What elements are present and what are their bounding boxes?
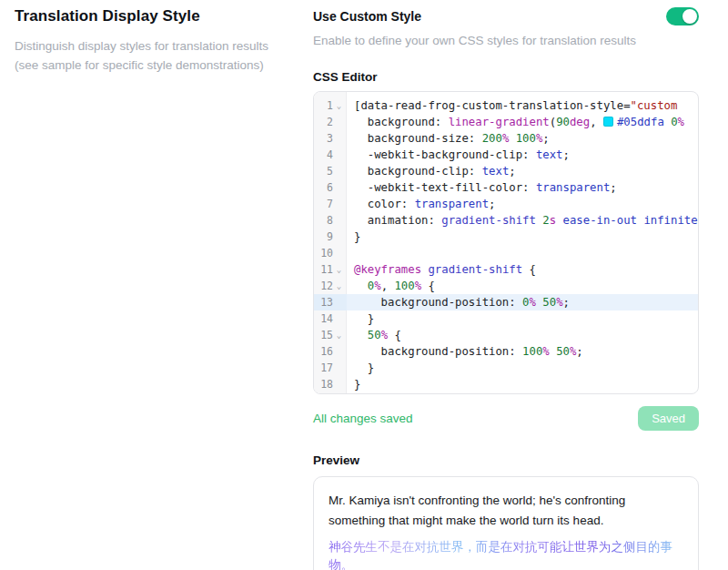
token-atom: infinite bbox=[643, 214, 697, 227]
token-plain: , bbox=[590, 116, 603, 128]
code-text: 50% { bbox=[347, 327, 698, 343]
code-text: -webkit-background-clip: text; bbox=[347, 147, 698, 163]
line-gutter: 18 bbox=[314, 376, 347, 392]
use-custom-style-label: Use Custom Style bbox=[313, 9, 421, 24]
token-num: 0 bbox=[671, 116, 677, 128]
settings-page: Translation Display Style Distinguish di… bbox=[0, 0, 728, 570]
code-line[interactable]: 8 animation: gradient-shift 2s ease-in-o… bbox=[314, 212, 698, 229]
setting-controls-column: Use Custom Style Enable to define your o… bbox=[313, 7, 699, 570]
line-number: 7 bbox=[314, 196, 333, 212]
line-number: 13 bbox=[314, 294, 333, 310]
token-num: 50 bbox=[556, 345, 570, 358]
code-text bbox=[347, 245, 698, 261]
line-number: 4 bbox=[314, 147, 333, 163]
toggle-knob bbox=[682, 9, 697, 24]
token-plain: { bbox=[421, 280, 435, 292]
code-line[interactable]: 3 background-size: 200% 100%; bbox=[314, 130, 698, 147]
token-unit: deg bbox=[570, 116, 590, 128]
code-line[interactable]: 13 background-position: 0% 50%; bbox=[314, 294, 698, 310]
token-plain: animation: bbox=[354, 214, 441, 227]
token-num: 2 bbox=[542, 214, 549, 227]
code-line[interactable]: 12⌄ 0%, 100% { bbox=[314, 278, 698, 294]
line-number: 15 bbox=[314, 327, 333, 343]
line-number: 6 bbox=[314, 179, 333, 196]
token-plain: { bbox=[522, 263, 536, 276]
line-gutter: 7 bbox=[314, 196, 347, 212]
token-plain: ( bbox=[550, 116, 556, 128]
code-line[interactable]: 15⌄ 50% { bbox=[314, 327, 698, 343]
token-plain: ; bbox=[610, 181, 616, 194]
custom-style-toggle[interactable] bbox=[666, 7, 699, 25]
token-plain: ; bbox=[542, 132, 549, 145]
token-unit: % bbox=[415, 280, 421, 292]
line-gutter: 16 bbox=[314, 343, 347, 360]
token-plain: color: bbox=[354, 198, 415, 210]
code-text: @keyframes gradient-shift { bbox=[347, 261, 698, 278]
token-num: 200 bbox=[482, 132, 502, 145]
token-plain: background-size: bbox=[354, 132, 482, 145]
save-status-row: All changes saved Saved bbox=[313, 406, 699, 431]
code-text: } bbox=[347, 229, 698, 245]
line-number: 12 bbox=[314, 278, 333, 294]
code-text: } bbox=[347, 360, 698, 376]
code-line[interactable]: 9} bbox=[314, 229, 698, 245]
line-gutter: 11⌄ bbox=[314, 261, 347, 278]
token-atom: transparent bbox=[415, 198, 489, 210]
css-code-editor[interactable]: 1⌄[data-read-frog-custom-translation-sty… bbox=[313, 91, 699, 394]
token-plain: } bbox=[354, 230, 360, 243]
token-unit: % bbox=[381, 329, 388, 341]
code-line[interactable]: 7 color: transparent; bbox=[314, 196, 698, 212]
code-line[interactable]: 10 bbox=[314, 245, 698, 261]
token-unit: % bbox=[530, 296, 536, 309]
token-num: 50 bbox=[542, 296, 556, 309]
preview-label: Preview bbox=[313, 453, 699, 467]
code-line[interactable]: 1⌄[data-read-frog-custom-translation-sty… bbox=[314, 97, 698, 114]
token-plain: ; bbox=[563, 148, 570, 161]
token-atom: transparent bbox=[536, 181, 610, 194]
token-plain: -webkit-text-fill-color: bbox=[354, 181, 536, 194]
token-plain: -webkit-background-clip: bbox=[354, 148, 536, 161]
token-num: 50 bbox=[368, 329, 381, 341]
fold-chevron-icon[interactable]: ⌄ bbox=[333, 327, 345, 343]
code-line[interactable]: 14 } bbox=[314, 310, 698, 327]
line-number: 5 bbox=[314, 163, 333, 179]
fold-chevron-icon[interactable]: ⌄ bbox=[333, 97, 345, 114]
code-line[interactable]: 17 } bbox=[314, 360, 698, 376]
code-line[interactable]: 4 -webkit-background-clip: text; bbox=[314, 147, 698, 163]
token-atom: text bbox=[536, 148, 563, 161]
token-unit: % bbox=[542, 345, 549, 358]
token-unit: % bbox=[556, 296, 562, 309]
code-line[interactable]: 6 -webkit-text-fill-color: transparent; bbox=[314, 179, 698, 196]
use-custom-style-description: Enable to define your own CSS styles for… bbox=[313, 34, 699, 47]
token-unit: s bbox=[550, 214, 556, 227]
code-text: background-clip: text; bbox=[347, 163, 698, 179]
saved-button[interactable]: Saved bbox=[638, 406, 699, 431]
line-gutter: 8 bbox=[314, 212, 347, 229]
token-atom: ease-in-out bbox=[563, 214, 637, 227]
token-plain: ; bbox=[489, 198, 495, 210]
page-description: Distinguish display styles for translati… bbox=[15, 37, 295, 76]
line-number: 17 bbox=[314, 360, 333, 376]
fold-chevron-icon[interactable]: ⌄ bbox=[333, 278, 345, 294]
code-line[interactable]: 2 background: linear-gradient(90deg, #05… bbox=[314, 114, 698, 130]
token-num: 90 bbox=[556, 116, 570, 128]
token-num: 100 bbox=[522, 345, 542, 358]
code-line[interactable]: 16 background-position: 100% 50%; bbox=[314, 343, 698, 360]
save-status-text: All changes saved bbox=[313, 412, 413, 425]
fold-chevron-icon[interactable]: ⌄ bbox=[333, 261, 345, 278]
line-gutter: 15⌄ bbox=[314, 327, 347, 343]
token-plain: background: bbox=[354, 116, 449, 128]
code-line[interactable]: 18} bbox=[314, 376, 698, 392]
token-kw: @keyframes bbox=[354, 263, 421, 276]
code-line[interactable]: 5 background-clip: text; bbox=[314, 163, 698, 179]
code-text: color: transparent; bbox=[347, 196, 698, 212]
token-plain bbox=[556, 214, 562, 227]
token-plain: ; bbox=[563, 296, 570, 309]
token-atom: #05ddfa bbox=[617, 116, 664, 128]
code-lines: 1⌄[data-read-frog-custom-translation-sty… bbox=[314, 92, 698, 392]
line-gutter: 4 bbox=[314, 147, 347, 163]
color-swatch[interactable] bbox=[603, 117, 613, 127]
line-number: 11 bbox=[314, 261, 333, 278]
code-line[interactable]: 11⌄@keyframes gradient-shift { bbox=[314, 261, 698, 278]
token-num: 100 bbox=[394, 280, 414, 292]
